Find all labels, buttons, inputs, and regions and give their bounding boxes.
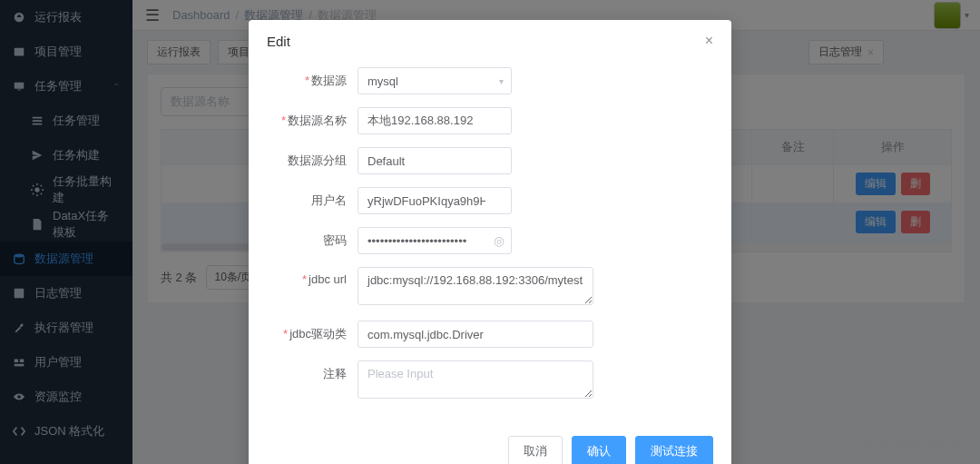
cancel-button[interactable]: 取消	[508, 436, 563, 464]
chevron-down-icon: ▾	[499, 76, 504, 86]
field-label: 数据源名称	[288, 114, 347, 127]
field-label: jdbc驱动类	[289, 327, 347, 341]
select-value: Default	[368, 154, 405, 168]
field-label: 密码	[272, 227, 347, 249]
field-label: 数据源	[311, 74, 347, 87]
dsname-input[interactable]	[358, 107, 512, 134]
ok-button[interactable]: 确认	[572, 436, 626, 464]
edit-dialog: Edit × *数据源 mysql▾ *数据源名称 数据源分组 Default …	[249, 20, 731, 464]
datasource-select[interactable]: mysql▾	[358, 67, 512, 94]
group-select[interactable]: Default	[358, 147, 512, 174]
field-label: 注释	[272, 360, 347, 382]
test-connection-button[interactable]: 测试连接	[635, 436, 713, 464]
password-input[interactable]	[358, 227, 512, 254]
driver-input[interactable]	[358, 321, 593, 348]
jdbc-url-input[interactable]: jdbc:mysql://192.168.88.192:3306/mytest	[358, 267, 593, 305]
dialog-title: Edit	[267, 34, 290, 49]
dialog-body: *数据源 mysql▾ *数据源名称 数据源分组 Default 用户名 密码 …	[249, 62, 731, 427]
select-value: mysql	[368, 74, 398, 88]
field-label: 数据源分组	[272, 147, 347, 169]
eye-icon[interactable]: ◎	[494, 233, 505, 248]
dialog-footer: 取消 确认 测试连接	[249, 427, 731, 464]
close-icon[interactable]: ×	[705, 33, 713, 49]
dialog-header: Edit ×	[249, 20, 731, 62]
username-input[interactable]	[358, 187, 512, 214]
field-label: jdbc url	[309, 272, 347, 286]
field-label: 用户名	[272, 187, 347, 209]
comment-input[interactable]	[358, 360, 593, 399]
